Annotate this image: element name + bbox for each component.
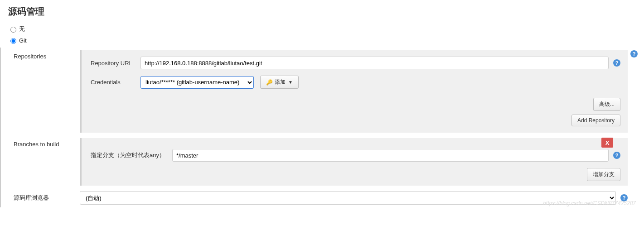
- scm-radio-group: 无 Git: [0, 21, 644, 48]
- advanced-button[interactable]: 高级...: [593, 98, 620, 111]
- repositories-label: Repositories: [12, 50, 80, 133]
- section-title: 源码管理: [0, 0, 644, 21]
- chevron-down-icon: ▼: [288, 80, 293, 85]
- repo-url-input[interactable]: [140, 57, 609, 69]
- add-credentials-label: 添加: [275, 78, 286, 86]
- branches-block: Branches to build X 指定分支（为空时代表any） ? 增加分…: [0, 135, 644, 188]
- repositories-block: Repositories ? Repository URL ? Credenti…: [0, 48, 644, 135]
- add-repository-button[interactable]: Add Repository: [571, 115, 620, 126]
- branch-spec-label: 指定分支（为空时代表any）: [91, 151, 172, 159]
- delete-branch-button[interactable]: X: [601, 138, 613, 148]
- repo-browser-select[interactable]: (自动): [80, 191, 616, 205]
- add-credentials-button[interactable]: 🔑 添加 ▼: [260, 76, 299, 89]
- help-icon[interactable]: ?: [613, 59, 620, 67]
- credentials-label: Credentials: [91, 79, 140, 86]
- repo-browser-block: 源码库浏览器 (自动) ? https://blog.csdn.net/CSDN…: [0, 188, 644, 207]
- repo-browser-label: 源码库浏览器: [12, 191, 80, 205]
- repo-url-label: Repository URL: [91, 60, 140, 67]
- branches-label: Branches to build: [12, 138, 80, 186]
- help-icon[interactable]: ?: [630, 50, 638, 58]
- credentials-select[interactable]: liutao/****** (gitlab-username-name): [140, 76, 254, 89]
- add-branch-button[interactable]: 增加分支: [587, 168, 620, 181]
- help-icon[interactable]: ?: [613, 152, 620, 159]
- scm-none-radio[interactable]: [10, 27, 16, 33]
- scm-none-label: 无: [19, 25, 25, 33]
- scm-git-radio[interactable]: [10, 38, 16, 44]
- help-icon[interactable]: ?: [620, 194, 628, 201]
- branch-spec-input[interactable]: [172, 149, 609, 162]
- key-icon: 🔑: [266, 79, 273, 86]
- scm-git-label: Git: [19, 37, 27, 44]
